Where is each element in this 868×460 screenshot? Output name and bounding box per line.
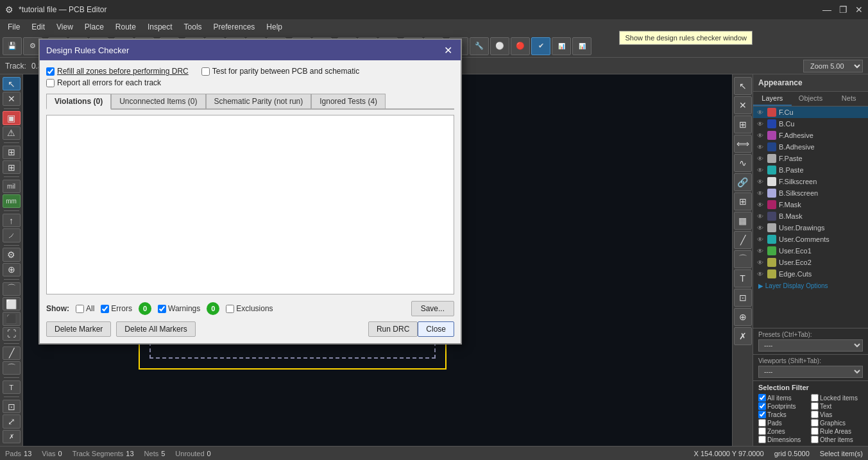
- sf-check-dimensions[interactable]: [758, 436, 766, 443]
- layer-visibility-fsilkscreen[interactable]: 👁: [756, 177, 765, 186]
- close-window-button[interactable]: ✕: [855, 4, 863, 15]
- measure-button[interactable]: mil: [3, 180, 21, 193]
- line-tool-button[interactable]: ╱: [3, 346, 21, 360]
- drc-tab-unconnected[interactable]: Unconnected Items (0): [111, 94, 205, 108]
- layer-button[interactable]: ⛶: [3, 327, 21, 341]
- hatch-button[interactable]: ▦: [734, 212, 752, 230]
- text-right-button[interactable]: T: [734, 269, 752, 287]
- angle-tool-button[interactable]: ⟋: [3, 228, 21, 242]
- layer-item-fmask[interactable]: 👁 F.Mask: [753, 199, 868, 210]
- menu-place[interactable]: Place: [80, 21, 109, 33]
- drc-tab-schematic-parity[interactable]: Schematic Parity (not run): [206, 94, 312, 108]
- menu-file[interactable]: File: [3, 21, 25, 33]
- layer-visibility-usereco2[interactable]: 👁: [756, 258, 765, 267]
- layer-visibility-badhesive[interactable]: 👁: [756, 142, 765, 151]
- drc-delete-marker-button[interactable]: Delete Marker: [46, 321, 111, 337]
- tab-layers[interactable]: Layers: [753, 92, 792, 106]
- draw-button[interactable]: ⚠: [3, 126, 21, 140]
- layer-visibility-fmask[interactable]: 👁: [756, 200, 765, 209]
- layer-display-options[interactable]: ▶ Layer Display Options: [753, 280, 868, 292]
- table-right-button[interactable]: ⊡: [734, 289, 752, 307]
- drc-check-parity[interactable]: [201, 67, 210, 76]
- layer-item-edgecuts[interactable]: 👁 Edge.Cuts: [753, 268, 868, 280]
- connect-button[interactable]: ⤢: [3, 414, 21, 428]
- sf-check-zones[interactable]: [758, 427, 766, 435]
- sf-check-tracks[interactable]: [758, 411, 766, 418]
- grid-button[interactable]: ⊞: [3, 146, 21, 159]
- layer-visibility-fadhesive[interactable]: 👁: [756, 131, 765, 140]
- layer-item-usereco2[interactable]: 👁 User.Eco2: [753, 257, 868, 268]
- minimize-button[interactable]: —: [822, 4, 831, 15]
- drc-show-errors[interactable]: Errors: [101, 304, 132, 313]
- mm-button[interactable]: mm: [3, 194, 21, 208]
- fill-zone-button[interactable]: ⬛: [3, 312, 21, 325]
- layer-visibility-bsilkscreen[interactable]: 👁: [756, 189, 765, 198]
- layer-item-bsilkscreen[interactable]: 👁 B.Silkscreen: [753, 187, 868, 199]
- menu-tools[interactable]: Tools: [179, 21, 207, 33]
- connect-right-button[interactable]: 🔗: [734, 173, 752, 191]
- table-button[interactable]: ⊡: [3, 400, 21, 413]
- save-button[interactable]: 💾: [3, 37, 22, 55]
- text-tool-button[interactable]: T: [3, 380, 21, 394]
- route-tracks-button[interactable]: ▣: [3, 111, 21, 124]
- sf-check-locked[interactable]: [811, 394, 819, 402]
- drc-check-show-all[interactable]: [76, 305, 84, 313]
- layer-item-fsilkscreen[interactable]: 👁 F.Silkscreen: [753, 176, 868, 187]
- layer-item-usercomments[interactable]: 👁 User.Comments: [753, 234, 868, 245]
- connect2-button[interactable]: ⊕: [734, 308, 752, 326]
- menu-edit[interactable]: Edit: [26, 21, 50, 33]
- drc-check-show-errors[interactable]: [101, 305, 109, 313]
- drc-show-warnings[interactable]: Warnings: [158, 304, 200, 313]
- menu-preferences[interactable]: Preferences: [208, 21, 260, 33]
- layer-visibility-bmask[interactable]: 👁: [756, 212, 765, 221]
- drc-check-report[interactable]: [46, 79, 55, 87]
- select-right-button[interactable]: ↖: [734, 77, 752, 95]
- drc-check-refill[interactable]: [46, 67, 55, 76]
- layer-item-usereco1[interactable]: 👁 User.Eco1: [753, 245, 868, 257]
- drc-tab-ignored-tests[interactable]: Ignored Tests (4): [311, 94, 386, 108]
- drc-check-show-warnings[interactable]: [158, 305, 166, 313]
- sf-check-rule-areas[interactable]: [811, 427, 819, 435]
- drc-delete-all-button[interactable]: Delete All Markers: [116, 321, 195, 337]
- titlebar-right[interactable]: — ❐ ✕: [822, 4, 863, 15]
- push-button[interactable]: ⊞: [734, 115, 752, 133]
- pointer-tool-button[interactable]: ↑: [3, 214, 21, 227]
- layer-item-fpaste[interactable]: 👁 F.Paste: [753, 153, 868, 164]
- sf-check-text[interactable]: [811, 402, 819, 410]
- drc-save-button[interactable]: Save...: [411, 301, 454, 316]
- layer-visibility-fpaste[interactable]: 👁: [756, 154, 765, 163]
- menu-inspect[interactable]: Inspect: [142, 21, 178, 33]
- drc-button[interactable]: ✔: [531, 37, 550, 55]
- tab-objects[interactable]: Objects: [792, 92, 830, 106]
- wave-button[interactable]: ∿: [734, 154, 752, 172]
- scripting-button[interactable]: 📊: [572, 37, 591, 55]
- drc-show-all[interactable]: All: [76, 304, 94, 313]
- layer-visibility-edgecuts[interactable]: 👁: [756, 269, 765, 278]
- board-stats-button[interactable]: ⚪: [490, 37, 509, 55]
- curve-right-button[interactable]: ⌒: [734, 250, 752, 268]
- gerber-button[interactable]: 📊: [552, 37, 571, 55]
- draw-arc-button[interactable]: ⌒: [3, 282, 21, 296]
- layer-visibility-bpaste[interactable]: 👁: [756, 166, 765, 175]
- layer-visibility-fcu[interactable]: 👁: [756, 108, 765, 117]
- layer-item-bpaste[interactable]: 👁 B.Paste: [753, 164, 868, 176]
- select-tool-button[interactable]: ↖: [3, 77, 21, 90]
- pad-button-left[interactable]: ⊕: [3, 263, 21, 277]
- menu-help[interactable]: Help: [261, 21, 287, 33]
- drc-close-button[interactable]: ✕: [441, 44, 454, 56]
- maximize-button[interactable]: ❐: [839, 4, 847, 15]
- sf-check-pads[interactable]: [758, 419, 766, 427]
- sf-check-all[interactable]: [758, 394, 766, 402]
- tab-nets[interactable]: Nets: [830, 92, 868, 106]
- sf-check-graphics[interactable]: [811, 419, 819, 427]
- sf-check-footprints[interactable]: [758, 402, 766, 410]
- line-right-button[interactable]: ╱: [734, 231, 752, 249]
- presets-select[interactable]: ----: [758, 339, 863, 352]
- layer-item-fcu[interactable]: 👁 F.Cu: [753, 106, 868, 118]
- layer-visibility-usercomments[interactable]: 👁: [756, 235, 765, 244]
- sf-check-other[interactable]: [811, 436, 819, 443]
- draw-rect-button[interactable]: ⬜: [3, 297, 21, 311]
- viewports-select[interactable]: ----: [758, 366, 863, 378]
- layer-visibility-bcu[interactable]: 👁: [756, 119, 765, 128]
- zoom-select[interactable]: Zoom 5.00 Zoom 2.00 Zoom 10.00: [803, 60, 863, 72]
